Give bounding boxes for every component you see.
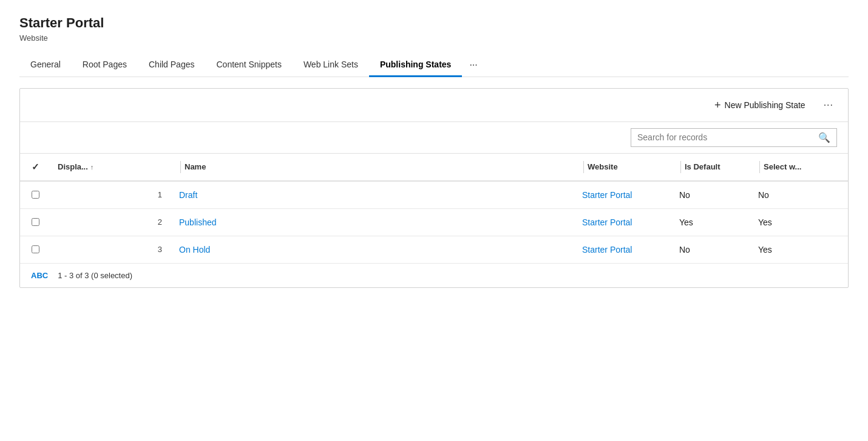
table-footer: ABC 1 - 3 of 3 (0 selected) xyxy=(20,264,848,287)
record-website-link-1[interactable]: Starter Portal xyxy=(582,217,632,227)
col-website-label: Website xyxy=(588,162,618,171)
cell-website-0[interactable]: Starter Portal xyxy=(575,188,672,202)
cell-name-2[interactable]: On Hold xyxy=(172,242,575,257)
page-title: Starter Portal xyxy=(19,15,849,32)
new-publishing-state-button[interactable]: + New Publishing State xyxy=(710,97,810,113)
divider-v3 xyxy=(680,161,681,173)
divider-v2 xyxy=(583,161,584,173)
table-row: 3 On Hold Starter Portal No Yes xyxy=(20,236,848,264)
tab-more-icon[interactable]: ··· xyxy=(462,53,484,77)
col-display-label: Displa... xyxy=(58,162,88,171)
toolbar: + New Publishing State ··· xyxy=(20,89,848,122)
col-check: ✓ xyxy=(20,159,50,175)
record-website-link-0[interactable]: Starter Portal xyxy=(582,190,632,200)
plus-icon: + xyxy=(714,100,721,111)
toolbar-ellipsis-button[interactable]: ··· xyxy=(820,97,837,113)
search-box: 🔍 xyxy=(631,128,837,147)
table-row: 2 Published Starter Portal Yes Yes xyxy=(20,209,848,236)
col-is-default-label: Is Default xyxy=(685,162,721,171)
cell-is-default-0: No xyxy=(672,188,751,202)
cell-is-default-1: Yes xyxy=(672,215,751,230)
table-row: 1 Draft Starter Portal No No xyxy=(20,182,848,209)
cell-website-1[interactable]: Starter Portal xyxy=(575,215,672,230)
sort-asc-icon: ↑ xyxy=(90,163,94,171)
table-body: 1 Draft Starter Portal No No 2 Published… xyxy=(20,182,848,264)
divider-v1 xyxy=(180,161,181,173)
cell-select-w-1: Yes xyxy=(751,215,848,230)
footer-abc[interactable]: ABC xyxy=(31,271,48,280)
record-website-link-2[interactable]: Starter Portal xyxy=(582,245,632,255)
page-subtitle: Website xyxy=(19,33,849,43)
cell-display-order-2: 3 xyxy=(50,242,172,256)
tab-content-snippets[interactable]: Content Snippets xyxy=(205,53,292,77)
record-name-link-0[interactable]: Draft xyxy=(179,190,197,200)
search-row: 🔍 xyxy=(20,122,848,154)
cell-checkbox-1[interactable] xyxy=(20,216,50,228)
cell-select-w-2: Yes xyxy=(751,242,848,257)
col-name-label: Name xyxy=(185,162,206,171)
tab-bar: General Root Pages Child Pages Content S… xyxy=(19,53,849,77)
checkmark-icon[interactable]: ✓ xyxy=(32,162,39,173)
cell-checkbox-0[interactable] xyxy=(20,188,50,201)
cell-name-0[interactable]: Draft xyxy=(172,188,575,202)
tab-publishing-states[interactable]: Publishing States xyxy=(369,53,462,77)
record-name-link-1[interactable]: Published xyxy=(179,217,217,227)
tab-web-link-sets[interactable]: Web Link Sets xyxy=(293,53,369,77)
col-is-default: Is Default xyxy=(672,159,751,176)
cell-select-w-0: No xyxy=(751,188,848,202)
col-name: Name xyxy=(172,159,575,176)
table-header: ✓ Displa... ↑ Name Website Is Default Se… xyxy=(20,154,848,182)
tab-general[interactable]: General xyxy=(19,53,72,77)
tab-child-pages[interactable]: Child Pages xyxy=(138,53,206,77)
cell-is-default-2: No xyxy=(672,242,751,257)
new-btn-label: New Publishing State xyxy=(725,100,805,110)
footer-count: 1 - 3 of 3 (0 selected) xyxy=(58,271,132,280)
search-icon[interactable]: 🔍 xyxy=(818,132,830,143)
record-name-link-2[interactable]: On Hold xyxy=(179,245,210,255)
search-input[interactable] xyxy=(637,132,818,142)
tab-root-pages[interactable]: Root Pages xyxy=(72,53,138,77)
cell-name-1[interactable]: Published xyxy=(172,215,575,230)
divider-v4 xyxy=(759,161,760,173)
cell-website-2[interactable]: Starter Portal xyxy=(575,242,672,257)
cell-display-order-0: 1 xyxy=(50,188,172,202)
content-area: + New Publishing State ··· 🔍 ✓ Displa...… xyxy=(19,88,849,288)
col-select-w: Select w... xyxy=(751,159,848,176)
cell-display-order-1: 2 xyxy=(50,215,172,229)
col-select-w-label: Select w... xyxy=(764,162,801,171)
cell-checkbox-2[interactable] xyxy=(20,243,50,256)
col-website: Website xyxy=(575,159,672,176)
col-display-order[interactable]: Displa... ↑ xyxy=(50,160,172,174)
